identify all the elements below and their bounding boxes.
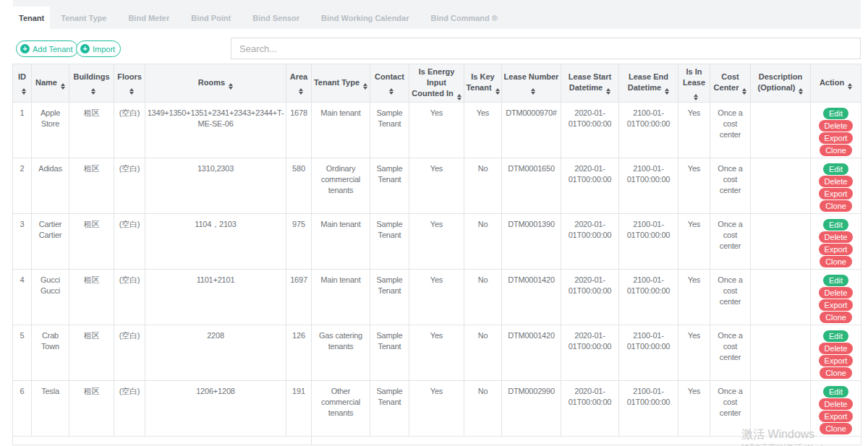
table-row: 6Tesla租区(空白)1206+1208191Other commercial…	[13, 381, 861, 437]
edit-button[interactable]: Edit	[823, 386, 848, 398]
cell-lease-start-datetime: 2020-01-01T00:00:00	[561, 381, 619, 437]
export-button[interactable]: Export	[819, 355, 854, 366]
column-header-buildings[interactable]: Buildings	[69, 64, 114, 103]
column-header-name[interactable]: Name	[32, 64, 69, 103]
column-header-cost-center[interactable]: Cost Center	[710, 64, 751, 103]
column-header-lease-number[interactable]: Lease Number	[502, 64, 561, 103]
clone-button[interactable]: Clone	[820, 256, 852, 267]
cell-rooms: 2208	[145, 325, 286, 381]
edit-button[interactable]: Edit	[823, 219, 848, 231]
add-tenant-button[interactable]: + Add Tenant	[16, 40, 78, 57]
column-header-tenant-type[interactable]: Tenant Type	[312, 64, 370, 103]
cell-buildings: 租区	[69, 214, 114, 270]
tab-tenant[interactable]: Tenant	[13, 7, 50, 29]
cell-tenant-type: Other commercial tenants	[312, 381, 370, 437]
delete-button[interactable]: Delete	[819, 287, 854, 299]
edit-button[interactable]: Edit	[823, 108, 848, 119]
import-label: Import	[93, 45, 115, 53]
sort-icon[interactable]	[229, 83, 233, 90]
export-button[interactable]: Export	[819, 411, 854, 422]
delete-button[interactable]: Delete	[819, 231, 854, 243]
delete-button[interactable]: Delete	[819, 120, 854, 132]
sort-icon[interactable]	[61, 83, 65, 90]
sort-icon[interactable]	[606, 88, 610, 95]
search-input[interactable]	[231, 38, 861, 59]
column-header-action[interactable]: Action	[811, 64, 861, 103]
column-header-lease-end-datetime[interactable]: Lease End Datetime	[619, 64, 678, 103]
sort-icon[interactable]	[299, 88, 303, 95]
cell-description-optional	[751, 158, 811, 214]
delete-button[interactable]: Delete	[819, 398, 854, 410]
delete-button[interactable]: Delete	[819, 343, 854, 354]
sort-icon[interactable]	[531, 88, 535, 95]
clone-button[interactable]: Clone	[820, 312, 852, 323]
column-label: Is Key Tenant	[466, 72, 494, 92]
tab-bind-meter[interactable]: Bind Meter	[117, 7, 180, 29]
column-header-is-energy-input-counted-in[interactable]: Is Energy Input Counted In	[409, 64, 464, 103]
column-header-rooms[interactable]: Rooms	[145, 64, 286, 103]
cell-tenant-type: Main tenant	[312, 103, 370, 158]
cell-description-optional	[751, 214, 811, 270]
edit-button[interactable]: Edit	[823, 163, 848, 175]
cell-name: Apple Store	[32, 103, 69, 158]
clone-button[interactable]: Clone	[820, 200, 852, 212]
activate-windows-watermark-line2: 转到“设置”以激活 Windows。	[741, 442, 845, 446]
clone-button[interactable]: Clone	[820, 367, 852, 379]
tab-bind-sensor[interactable]: Bind Sensor	[242, 7, 310, 29]
tab-bind-point[interactable]: Bind Point	[180, 7, 242, 29]
export-button[interactable]: Export	[819, 299, 854, 311]
column-header-lease-start-datetime[interactable]: Lease Start Datetime	[561, 64, 619, 103]
cell-id: 1	[13, 103, 32, 158]
sort-icon[interactable]	[495, 88, 500, 95]
column-header-floors[interactable]: Floors	[114, 64, 145, 103]
sort-icon[interactable]	[91, 88, 95, 95]
cell-floors: (空白)	[114, 158, 145, 214]
import-button[interactable]: + Import	[76, 40, 121, 57]
cell-lease-start-datetime: 2020-01-01T00:00:00	[561, 270, 619, 325]
column-header-id[interactable]: ID	[13, 64, 32, 103]
cell-is-energy-input-counted-in: Yes	[409, 103, 464, 158]
export-button[interactable]: Export	[819, 244, 854, 255]
cell-buildings: 租区	[69, 270, 114, 325]
cell-name: Gucci Gucci	[32, 270, 69, 325]
cell-is-in-lease: Yes	[678, 214, 710, 270]
tab-bind-command[interactable]: Bind Command ®	[420, 7, 508, 29]
delete-button[interactable]: Delete	[819, 176, 854, 187]
tab-tenant-type[interactable]: Tenant Type	[50, 7, 117, 29]
cell-is-key-tenant: No	[464, 381, 502, 437]
cell-lease-end-datetime: 2100-01-01T00:00:00	[619, 270, 678, 325]
edit-button[interactable]: Edit	[823, 275, 848, 286]
export-button[interactable]: Export	[819, 132, 854, 144]
column-header-contact[interactable]: Contact	[370, 64, 409, 103]
cell-is-energy-input-counted-in: Yes	[409, 158, 464, 214]
sort-icon[interactable]	[129, 88, 134, 95]
sort-icon[interactable]	[799, 88, 803, 95]
sort-icon[interactable]	[389, 88, 393, 95]
column-header-area[interactable]: Area	[286, 64, 312, 103]
sort-icon[interactable]	[457, 94, 461, 100]
column-header-description-optional[interactable]: Description (Optional)	[751, 64, 811, 103]
column-label: Floors	[117, 72, 142, 81]
clone-button[interactable]: Clone	[820, 423, 852, 434]
tab-bind-working-calendar[interactable]: Bind Working Calendar	[310, 7, 420, 29]
cell-lease-start-datetime: 2020-01-01T00:00:00	[561, 158, 619, 214]
export-button[interactable]: Export	[819, 188, 854, 200]
cell-is-energy-input-counted-in: Yes	[409, 325, 464, 381]
cell-description-optional	[751, 103, 811, 158]
sort-icon[interactable]	[22, 88, 26, 95]
sort-icon[interactable]	[694, 94, 698, 100]
cell-contact: Sample Tenant	[370, 270, 409, 325]
sort-icon[interactable]	[363, 83, 367, 90]
plus-icon: +	[80, 44, 90, 53]
column-header-is-in-lease[interactable]: Is In Lease	[678, 64, 710, 103]
sort-icon[interactable]	[848, 83, 852, 90]
sort-icon[interactable]	[665, 88, 669, 95]
sort-icon[interactable]	[742, 88, 746, 95]
column-label: Is In Lease	[683, 67, 705, 87]
column-header-is-key-tenant[interactable]: Is Key Tenant	[464, 64, 502, 103]
table-footer-row	[13, 437, 861, 445]
edit-button[interactable]: Edit	[823, 330, 848, 342]
clone-button[interactable]: Clone	[820, 145, 852, 156]
cell-lease-end-datetime: 2100-01-01T00:00:00	[619, 381, 678, 437]
cell-cost-center: Once a cost center	[710, 325, 751, 381]
